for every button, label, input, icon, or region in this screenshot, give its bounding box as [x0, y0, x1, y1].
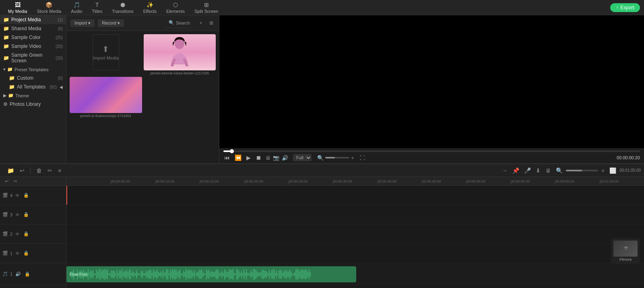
waveform-bar — [240, 273, 241, 276]
sidebar-item-sample-green-screen[interactable]: 📁 Sample Green Screen (10) — [0, 51, 66, 65]
waveform-bar — [99, 269, 99, 279]
nav-my-media[interactable]: 🖼 My Media — [4, 1, 31, 14]
zoom-out-icon[interactable]: 🔍 — [317, 155, 324, 161]
sidebar-item-all-templates[interactable]: 📁 All Templates (92) ◀ — [0, 82, 66, 91]
playhead[interactable]: ✕ — [66, 186, 67, 205]
zoom-in-icon[interactable]: + — [351, 155, 354, 161]
screenshot-icon[interactable]: 📷 — [273, 155, 279, 161]
sidebar-item-sample-video[interactable]: 📁 Sample Video (20) — [0, 42, 66, 51]
waveform-bar — [79, 271, 80, 278]
timeline-main: ↩ ↪ 🎬 4 👁 🔒 🎬 3 👁 🔒 🎬 2 👁 — [0, 177, 644, 288]
filter-icon[interactable]: ⚬ — [197, 19, 204, 27]
play-button[interactable]: ▶ — [246, 154, 252, 162]
timeline-tool-5[interactable]: 🖥 — [544, 167, 553, 175]
add-media-button[interactable]: 📁 — [6, 167, 16, 175]
track-lock-4[interactable]: 🔒 — [23, 192, 30, 198]
waveform-bar — [171, 271, 172, 278]
waveform-bar — [190, 270, 191, 279]
import-button[interactable]: Import ▾ — [70, 19, 95, 27]
waveform-bar — [80, 270, 81, 278]
track-eye-3[interactable]: 👁 — [14, 212, 21, 218]
rewind-button[interactable]: ⏮ — [223, 154, 231, 162]
track-eye-4[interactable]: 👁 — [14, 193, 21, 198]
waveform-bar — [266, 272, 267, 277]
sidebar-item-shared-media[interactable]: 📁 Shared Media (0) — [0, 24, 66, 33]
track-lock-1[interactable]: 🔒 — [23, 250, 30, 256]
waveform-bar — [148, 270, 149, 279]
waveform-bar — [236, 269, 237, 280]
waveform-bar — [128, 272, 128, 277]
track-mute-1[interactable]: 🔊 — [14, 271, 22, 277]
track-header-btn1[interactable]: ↩ — [3, 178, 10, 185]
sidebar-item-sample-color[interactable]: 📁 Sample Color (25) — [0, 33, 66, 42]
stop-button[interactable]: ⏹ — [255, 154, 262, 162]
track-eye-2[interactable]: 👁 — [14, 231, 21, 237]
waveform-bar — [113, 270, 114, 278]
search-area[interactable]: 🔍 Search — [165, 18, 194, 28]
timeline-end-btn[interactable]: ⬜ — [608, 167, 618, 175]
nav-titles[interactable]: T Titles — [88, 1, 106, 14]
waveform-bar — [93, 270, 93, 278]
timeline-tool-2[interactable]: 📌 — [511, 167, 521, 175]
audio-clip[interactable]: Flow Free — [66, 266, 356, 282]
waveform-bar — [208, 269, 209, 279]
sidebar-theme-header[interactable]: ▶ 📁 Theme — [0, 91, 66, 100]
sidebar-item-custom[interactable]: 📁 Custom (0) — [0, 74, 66, 82]
waveform-bar — [239, 271, 239, 277]
import-media-box[interactable]: ⬆ Import Media — [93, 34, 119, 70]
waveform-bar — [166, 269, 167, 280]
timeline-btn-2[interactable]: ↩ — [18, 167, 26, 175]
waveform-bar — [222, 271, 223, 278]
scissors-button[interactable]: ✂ — [46, 167, 54, 175]
nav-transitions[interactable]: ⬢ Transitions — [108, 1, 137, 14]
grid-icon[interactable]: ⊞ — [208, 19, 215, 27]
sidebar-preset-templates-header[interactable]: ▾ 📁 Preset Templates — [0, 65, 66, 74]
list-button[interactable]: ≡ — [56, 167, 63, 175]
waveform-bar — [105, 269, 105, 280]
timeline-ruler[interactable]: 00:00:05:0000:00:10:0000:00:15:0000:00:2… — [66, 177, 644, 186]
media-person-label: pexels-bennie-lukas-bester-1217205 — [150, 71, 209, 75]
fullscreen-icon[interactable]: ⛶ — [360, 155, 365, 161]
record-button[interactable]: Record ▾ — [98, 19, 124, 27]
timeline-tool-3[interactable]: 🎤 — [522, 167, 533, 175]
nav-stock-media[interactable]: 📦 Stock Media — [33, 1, 66, 14]
timeline-tool-4[interactable]: ⬇ — [534, 167, 542, 175]
media-item-person[interactable]: pexels-bennie-lukas-bester-1217205 — [144, 34, 216, 75]
seekbar-handle[interactable] — [230, 149, 234, 153]
nav-audio-label: Audio — [71, 9, 82, 14]
nav-effects[interactable]: ✨ Effects — [139, 1, 161, 14]
nav-audio[interactable]: 🎵 Audio — [67, 1, 86, 14]
nav-split-screen[interactable]: ⊞ Split Screen — [190, 1, 222, 14]
timeline-tool-1[interactable]: → — [500, 167, 509, 175]
waveform-bar — [265, 271, 266, 278]
sidebar-sample-video-count: (20) — [56, 44, 63, 49]
timeline-zoom-plus[interactable]: + — [600, 167, 606, 175]
step-back-button[interactable]: ⏪ — [234, 154, 242, 162]
track-lock-audio-1[interactable]: 🔒 — [24, 271, 31, 277]
waveform-bar — [217, 269, 218, 280]
ruler-label-0: 00:00:05:00 — [111, 179, 130, 183]
waveform-bar — [289, 269, 290, 279]
export-button[interactable]: ↑ Export — [610, 3, 640, 12]
media-item-pink[interactable]: pexels-jv-buenconcejo-2719301 — [70, 77, 142, 118]
track-lock-3[interactable]: 🔒 — [23, 212, 30, 218]
volume-icon[interactable]: 🔊 — [282, 155, 288, 161]
preview-seekbar[interactable] — [223, 150, 640, 152]
waveform-bar — [189, 271, 190, 278]
media-item-import[interactable]: ⬆ Import Media — [70, 34, 142, 75]
nav-elements[interactable]: ⬡ Elements — [162, 1, 189, 14]
track-lock-2[interactable]: 🔒 — [23, 231, 30, 237]
sidebar-shared-media-count: (0) — [58, 27, 63, 31]
waveform-bar — [268, 273, 268, 276]
quality-select[interactable]: Full 1/2 1/4 — [293, 154, 312, 161]
monitor-icon[interactable]: 🖥 — [265, 155, 270, 161]
sidebar-item-photos-library[interactable]: ⚙ Photos Library — [0, 100, 66, 109]
track-eye-1[interactable]: 👁 — [14, 251, 21, 256]
delete-button[interactable]: 🗑 — [35, 167, 43, 175]
sidebar-item-project-media[interactable]: 📁 Project Media (2) — [0, 15, 66, 24]
waveform-bar — [283, 271, 284, 278]
track-header-btn2[interactable]: ↪ — [12, 178, 19, 185]
video-track-icon-2: 🎬 — [2, 231, 8, 237]
timeline-tool-6[interactable]: 🔍 — [554, 167, 564, 175]
waveform-bar — [253, 269, 254, 280]
